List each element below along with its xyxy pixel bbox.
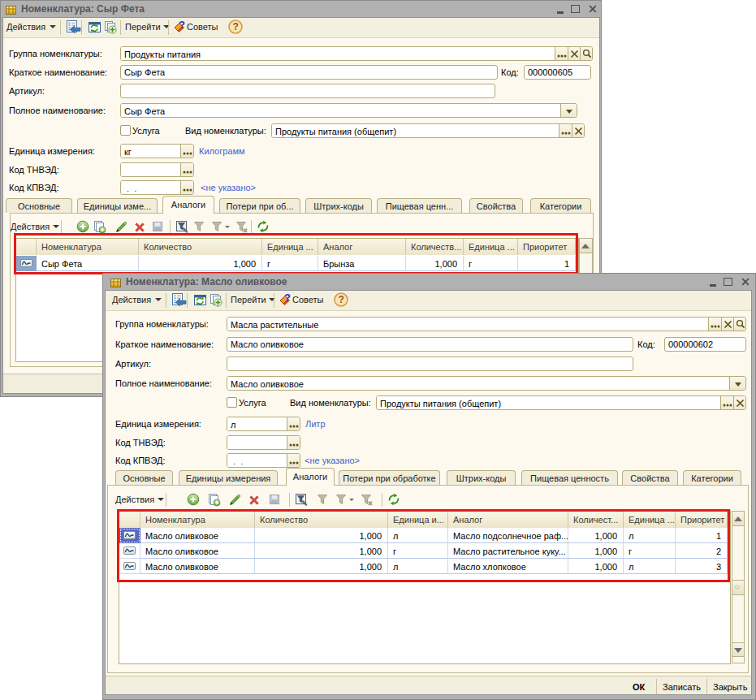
svg-text:?: ? (284, 292, 291, 304)
svg-text:?: ? (179, 19, 185, 31)
svg-text:?: ? (233, 21, 239, 32)
svg-text:?: ? (339, 294, 344, 305)
